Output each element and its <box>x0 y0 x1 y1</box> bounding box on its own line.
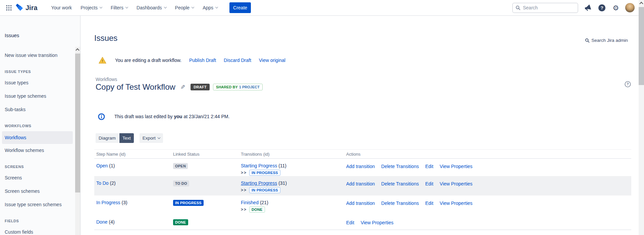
delete-transitions-link[interactable]: Delete Transitions <box>381 201 419 206</box>
app-switcher-icon[interactable] <box>4 3 13 12</box>
transition-link[interactable]: Starting Progress <box>241 180 277 186</box>
edit-pencil-icon[interactable]: ✎ <box>180 84 185 91</box>
user-avatar[interactable] <box>625 3 635 12</box>
page-title: Issues <box>94 33 117 43</box>
nav-filters[interactable]: Filters <box>106 0 132 15</box>
table-row: To Do(2) TO DO Starting Progress(31) >>I… <box>94 176 631 195</box>
sidebar-item-sub-tasks[interactable]: Sub-tasks <box>5 107 25 112</box>
view-properties-link[interactable]: View Properties <box>440 181 473 186</box>
sidebar-item-workflows-selected[interactable]: Workflows <box>2 131 73 144</box>
table-header: Step Name (id) Linked Status Transitions… <box>94 149 631 159</box>
chevron-down-icon <box>164 6 166 8</box>
sidebar-item-issue-type-screen-schemes[interactable]: Issue type screen schemes <box>5 202 62 207</box>
col-transitions: Transitions (id) <box>239 152 344 157</box>
edit-link[interactable]: Edit <box>425 181 433 186</box>
page-scrollbar-thumb[interactable] <box>639 7 644 85</box>
view-properties-link[interactable]: View Properties <box>361 220 393 225</box>
step-link[interactable]: In Progress <box>96 200 120 205</box>
status-lozenge: DONE <box>173 219 188 225</box>
edit-link[interactable]: Edit <box>425 164 433 169</box>
edit-link[interactable]: Edit <box>346 220 354 225</box>
diagram-view-button[interactable]: Diagram <box>96 133 119 143</box>
global-search-box[interactable] <box>512 3 578 13</box>
text-view-button[interactable]: Text <box>119 133 134 143</box>
jira-logo-text: Jira <box>25 4 38 12</box>
scroll-up-icon[interactable] <box>75 48 79 52</box>
svg-text:!: ! <box>102 59 103 63</box>
draft-warning-banner: ! You are editing a draft workflow. Publ… <box>99 56 285 65</box>
col-linked-status: Linked Status <box>171 152 239 157</box>
sidebar-section-issue-types: ISSUE TYPES <box>5 70 31 74</box>
create-button[interactable]: Create <box>229 2 251 13</box>
sidebar-section-screens: SCREENS <box>5 165 24 169</box>
sidebar-section-fields: FIELDS <box>5 219 19 223</box>
warning-icon: ! <box>99 57 106 64</box>
publish-draft-link[interactable]: Publish Draft <box>189 58 216 63</box>
chevron-down-icon <box>158 136 160 139</box>
admin-sidebar: Issues New issue view transition ISSUE T… <box>0 16 80 235</box>
sidebar-scrollbar[interactable] <box>75 47 80 235</box>
feedback-megaphone-icon[interactable] <box>583 3 592 12</box>
chevron-down-icon <box>215 6 218 8</box>
step-link[interactable]: To Do <box>96 180 109 186</box>
view-mode-buttons: Diagram Text Export <box>96 133 163 143</box>
chevron-down-icon <box>192 6 194 8</box>
view-original-link[interactable]: View original <box>259 58 285 63</box>
sidebar-scrollbar-thumb[interactable] <box>75 54 80 192</box>
add-transition-link[interactable]: Add transition <box>346 181 375 186</box>
shared-by-badge[interactable]: SHARED BY 1 PROJECT <box>213 84 263 90</box>
step-link[interactable]: Done <box>96 219 107 225</box>
edit-link[interactable]: Edit <box>425 201 433 206</box>
nav-dashboards[interactable]: Dashboards <box>132 0 171 15</box>
target-status-lozenge: IN PROGRESS <box>249 187 280 193</box>
info-icon <box>98 113 105 120</box>
nav-people[interactable]: People <box>171 0 199 15</box>
transition-link[interactable]: Finished <box>241 200 259 205</box>
sidebar-item-issue-types[interactable]: Issue types <box>5 80 29 85</box>
col-actions: Actions <box>344 152 631 157</box>
add-transition-link[interactable]: Add transition <box>346 164 375 169</box>
sidebar-item-screens[interactable]: Screens <box>5 175 22 180</box>
jira-mark-icon <box>16 4 24 12</box>
sidebar-item-new-issue-view-transition[interactable]: New issue view transition <box>5 53 57 58</box>
scroll-up-icon[interactable] <box>639 2 643 5</box>
help-icon[interactable]: ? <box>597 3 606 12</box>
col-step-name: Step Name (id) <box>94 152 171 157</box>
sidebar-section-workflows: WORKFLOWS <box>5 124 32 128</box>
delete-transitions-link[interactable]: Delete Transitions <box>381 181 419 186</box>
sidebar-item-screen-schemes[interactable]: Screen schemes <box>5 188 40 194</box>
draft-badge: DRAFT <box>191 84 210 90</box>
step-link[interactable]: Open <box>96 163 108 168</box>
grid-dots-icon <box>6 5 12 11</box>
transition-arrow: >> <box>241 207 247 212</box>
main-content: Issues Search Jira admin ! You are editi… <box>80 16 639 235</box>
search-jira-admin-link[interactable]: Search Jira admin <box>585 38 628 43</box>
target-status-lozenge: IN PROGRESS <box>249 170 280 176</box>
workflow-title: Copy of Test Workflow <box>96 82 175 92</box>
discard-draft-link[interactable]: Discard Draft <box>224 58 251 63</box>
jira-logo[interactable]: Jira <box>16 4 38 12</box>
delete-transitions-link[interactable]: Delete Transitions <box>381 164 419 169</box>
add-transition-link[interactable]: Add transition <box>346 201 375 206</box>
sidebar-item-issue-type-schemes[interactable]: Issue type schemes <box>5 93 46 99</box>
table-row: Open(1) OPEN Starting Progress(11) >>IN … <box>94 159 631 176</box>
export-button[interactable]: Export <box>140 133 163 143</box>
sidebar-title: Issues <box>5 32 19 38</box>
global-search-input[interactable] <box>523 5 575 10</box>
view-properties-link[interactable]: View Properties <box>440 164 473 169</box>
shared-projects-link[interactable]: 1 PROJECT <box>239 85 260 89</box>
breadcrumb-workflows[interactable]: Workflows <box>96 77 117 82</box>
nav-your-work[interactable]: Your work <box>47 0 76 15</box>
page-help-icon[interactable]: ? <box>625 81 631 89</box>
transition-link[interactable]: Starting Progress <box>241 163 277 168</box>
sidebar-item-custom-fields[interactable]: Custom fields <box>5 229 33 235</box>
view-properties-link[interactable]: View Properties <box>440 201 473 206</box>
settings-gear-icon[interactable]: ⚙ <box>611 3 621 12</box>
page-scrollbar[interactable] <box>639 0 644 235</box>
status-lozenge: IN PROGRESS <box>173 200 204 206</box>
nav-projects[interactable]: Projects <box>76 0 106 15</box>
draft-warning-text: You are editing a draft workflow. <box>115 58 181 63</box>
nav-apps[interactable]: Apps <box>198 0 222 15</box>
svg-text:?: ? <box>627 82 629 86</box>
sidebar-item-workflow-schemes[interactable]: Workflow schemes <box>5 148 44 153</box>
